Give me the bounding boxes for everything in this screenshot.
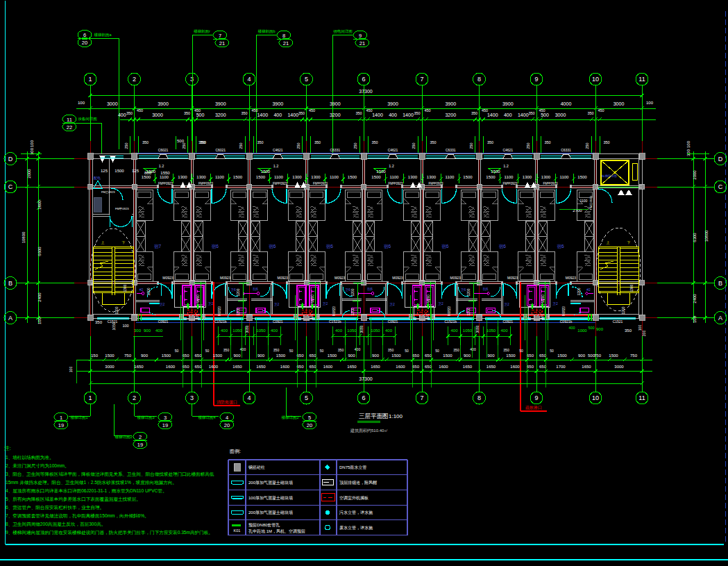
svg-text:B: B (8, 280, 12, 287)
svg-text:21: 21 (359, 40, 365, 47)
svg-text:8: 8 (282, 33, 285, 39)
svg-text:C6331: C6331 (330, 148, 340, 152)
svg-text:C1521b: C1521b (329, 319, 341, 324)
svg-text:A: A (718, 315, 722, 322)
svg-text:50: 50 (550, 349, 554, 353)
svg-text:2: 2 (139, 434, 142, 440)
svg-text:1200: 1200 (466, 288, 471, 296)
svg-text:400: 400 (240, 347, 246, 351)
svg-text:3200: 3200 (215, 113, 226, 117)
svg-text:C1521b: C1521b (214, 319, 227, 324)
svg-text:4: 4 (247, 76, 251, 83)
svg-text:200: 200 (642, 331, 646, 337)
svg-text:1500: 1500 (233, 175, 243, 179)
svg-text:1200: 1200 (621, 306, 625, 314)
svg-text:3、阳台、卫生间等降板区域详平面，降板做法详图见关系、卫生间: 3、阳台、卫生间等降板区域详平面，降板做法详图见关系、卫生间、阳台做找坡处理门口… (6, 472, 214, 477)
svg-text:19: 19 (162, 422, 168, 428)
svg-text:1500: 1500 (376, 169, 386, 174)
svg-text:350: 350 (587, 111, 593, 115)
svg-text:1500: 1500 (506, 353, 516, 358)
svg-text:A: A (8, 315, 12, 322)
svg-text:1550: 1550 (160, 171, 170, 175)
svg-text:D: D (718, 156, 723, 163)
svg-text:3000: 3000 (107, 101, 118, 106)
svg-text:三层平面图: 三层平面图 (359, 413, 389, 419)
svg-text:7: 7 (420, 76, 423, 83)
svg-text:1:100: 1:100 (389, 413, 403, 419)
svg-text:350: 350 (142, 140, 149, 144)
svg-text:350: 350 (453, 348, 459, 352)
svg-text:5: 5 (308, 415, 311, 421)
svg-text:5: 5 (305, 394, 308, 401)
svg-text:20: 20 (307, 422, 312, 428)
svg-text:D: D (8, 156, 13, 163)
svg-text:350: 350 (414, 111, 420, 115)
svg-text:1400: 1400 (287, 113, 298, 117)
svg-text:C0921: C0921 (388, 319, 398, 324)
svg-text:50: 50 (320, 349, 324, 353)
svg-text:650: 650 (296, 365, 304, 369)
svg-text:1650: 1650 (232, 365, 242, 369)
svg-text:3900: 3900 (330, 101, 341, 106)
svg-text:250: 250 (296, 142, 300, 149)
svg-text:1200: 1200 (350, 308, 355, 315)
svg-text:1050: 1050 (486, 328, 496, 333)
svg-text:900: 900 (141, 353, 149, 358)
svg-text:1300: 1300 (427, 175, 437, 179)
svg-text:1400: 1400 (257, 113, 268, 117)
svg-text:50: 50 (405, 349, 409, 353)
svg-text:1400: 1400 (372, 113, 383, 117)
svg-text:2400: 2400 (693, 294, 697, 303)
svg-text:650: 650 (296, 353, 304, 358)
svg-text:650: 650 (425, 365, 432, 369)
svg-text:1600: 1600 (209, 365, 219, 369)
svg-text:250: 250 (412, 142, 416, 149)
svg-text:650: 650 (425, 353, 432, 358)
svg-text:1500: 1500 (577, 175, 587, 179)
svg-text:650: 650 (412, 365, 420, 369)
svg-text:1200: 1200 (236, 288, 240, 296)
svg-text:C1521b: C1521b (444, 319, 457, 324)
svg-text:C0921b: C0921b (560, 319, 573, 324)
svg-text:50: 50 (435, 349, 439, 353)
svg-text:卫2: 卫2 (504, 302, 509, 306)
svg-text:150: 150 (91, 353, 99, 358)
svg-text:6: 6 (362, 76, 365, 83)
svg-text:2000: 2000 (693, 170, 697, 180)
svg-text:1050: 1050 (347, 328, 357, 333)
svg-text:楼梯剖面b: 楼梯剖面b (257, 29, 275, 34)
svg-text:6300: 6300 (693, 233, 697, 242)
svg-text:宿6: 宿6 (441, 244, 449, 249)
svg-text:500: 500 (196, 113, 205, 117)
svg-text:1400: 1400 (487, 113, 498, 117)
svg-text:FM乙0923: FM乙0923 (589, 196, 593, 210)
svg-text:900: 900 (464, 353, 471, 358)
svg-text:350: 350 (388, 348, 394, 352)
svg-text:剂6: 剂6 (253, 287, 258, 292)
svg-text:800: 800 (195, 314, 199, 320)
svg-text:1300: 1300 (178, 175, 187, 179)
svg-text:FM甲0923: FM甲0923 (388, 182, 403, 185)
svg-text:50: 50 (519, 349, 523, 353)
svg-text:650: 650 (194, 353, 202, 358)
svg-text:1300: 1300 (541, 175, 551, 179)
svg-text:50: 50 (205, 349, 210, 353)
svg-text:#2: #2 (139, 288, 144, 292)
svg-text:1500: 1500 (443, 353, 452, 358)
svg-text:10800: 10800 (704, 230, 709, 242)
svg-text:2: 2 (133, 394, 136, 401)
svg-text:250: 250 (469, 142, 473, 149)
svg-text:20: 20 (224, 422, 230, 428)
svg-text:1: 1 (60, 415, 62, 421)
svg-text:1400: 1400 (403, 113, 414, 117)
svg-text:250: 250 (585, 142, 589, 149)
svg-text:750: 750 (124, 353, 132, 358)
svg-text:楼梯剖面r: 楼梯剖面r (194, 29, 210, 34)
svg-text:1300: 1300 (629, 284, 634, 292)
svg-text:2、未注门洞尺寸均为100mm。: 2、未注门洞尺寸均为100mm。 (6, 463, 69, 469)
svg-text:1000: 1000 (577, 328, 587, 333)
svg-text:1050: 1050 (112, 322, 116, 330)
svg-text:250: 250 (182, 142, 186, 149)
svg-text:卫2: 卫2 (208, 301, 214, 306)
svg-text:350: 350 (603, 140, 609, 144)
